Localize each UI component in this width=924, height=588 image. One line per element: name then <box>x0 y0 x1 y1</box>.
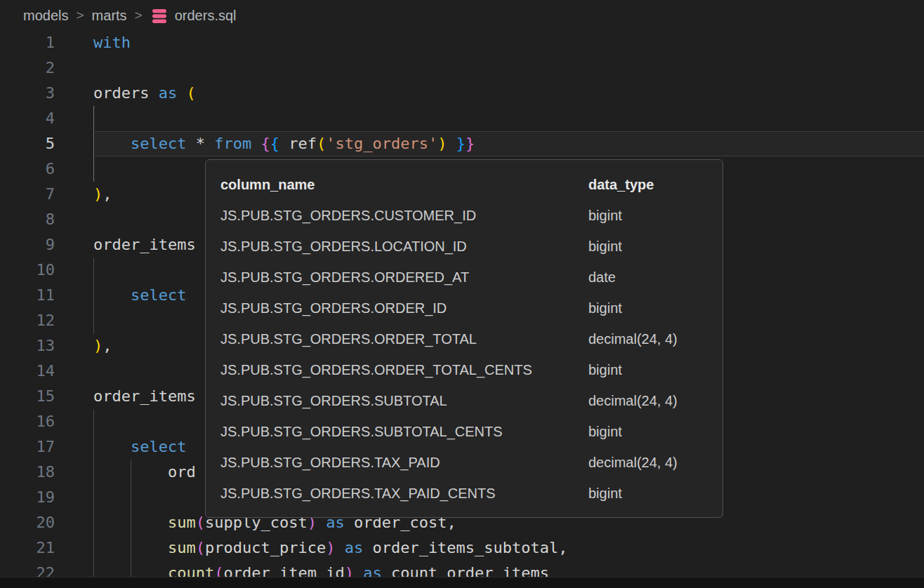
code-text: sum(product_price) as order_items_subtot… <box>93 535 568 561</box>
column-info-row: JS.PUB.STG_ORDERS.LOCATION_IDbigint <box>206 231 722 262</box>
indent-guide <box>93 485 94 510</box>
column-name-header: column_name <box>206 177 588 193</box>
code-text: ), <box>93 182 112 207</box>
editor-bottom-strip <box>0 577 924 588</box>
column-name-cell: JS.PUB.STG_ORDERS.TAX_PAID <box>206 455 588 471</box>
line-number: 19 <box>0 485 55 510</box>
line-number: 11 <box>0 283 55 308</box>
code-text: with <box>93 30 131 55</box>
indent-guide <box>93 308 94 333</box>
column-info-row: JS.PUB.STG_ORDERS.CUSTOMER_IDbigint <box>206 200 722 231</box>
code-line[interactable]: 2 <box>0 55 924 81</box>
line-number: 16 <box>0 409 55 434</box>
column-name-cell: JS.PUB.STG_ORDERS.CUSTOMER_ID <box>206 208 588 224</box>
line-number: 1 <box>0 30 55 55</box>
popup-rows: JS.PUB.STG_ORDERS.CUSTOMER_IDbigintJS.PU… <box>206 200 722 509</box>
data-type-cell: decimal(24, 4) <box>588 331 722 347</box>
column-name-cell: JS.PUB.STG_ORDERS.SUBTOTAL_CENTS <box>206 424 588 440</box>
line-number: 20 <box>0 510 55 535</box>
column-info-row: JS.PUB.STG_ORDERS.TAX_PAID_CENTSbigint <box>206 478 722 509</box>
indent-guide <box>93 106 94 131</box>
data-type-header: data_type <box>588 177 722 193</box>
column-name-cell: JS.PUB.STG_ORDERS.ORDERED_AT <box>206 269 588 286</box>
line-number: 14 <box>0 359 55 384</box>
code-text: select <box>93 434 186 460</box>
column-name-cell: JS.PUB.STG_ORDERS.LOCATION_ID <box>206 239 588 255</box>
popup-header-row: column_name data_type <box>206 169 722 200</box>
column-name-cell: JS.PUB.STG_ORDERS.SUBTOTAL <box>206 393 588 409</box>
data-type-cell: bigint <box>588 362 722 378</box>
code-line[interactable]: 1with <box>0 30 924 55</box>
breadcrumb-item-file[interactable]: orders.sql <box>175 8 237 24</box>
code-text: order_items <box>93 232 196 258</box>
breadcrumb-item-marts[interactable]: marts <box>92 8 127 24</box>
indent-guide <box>93 258 94 283</box>
line-number: 15 <box>0 384 55 409</box>
data-type-cell: bigint <box>588 300 722 316</box>
line-number: 4 <box>0 106 55 131</box>
code-text: ), <box>93 333 112 359</box>
column-info-row: JS.PUB.STG_ORDERS.ORDER_TOTALdecimal(24,… <box>206 323 722 354</box>
column-info-row: JS.PUB.STG_ORDERS.ORDER_IDbigint <box>206 293 722 323</box>
code-line[interactable]: 5 select * from {{ ref('stg_orders') }} <box>0 131 924 156</box>
line-number: 18 <box>0 460 55 485</box>
code-text: select <box>93 283 186 308</box>
code-text: orders as ( <box>93 81 196 106</box>
chevron-right-icon: > <box>135 8 143 23</box>
indent-guide <box>131 485 131 510</box>
code-editor-window: models > marts > orders.sql 1with23order… <box>0 0 924 588</box>
column-info-row: JS.PUB.STG_ORDERS.SUBTOTAL_CENTSbigint <box>206 416 722 447</box>
line-number: 2 <box>0 55 55 81</box>
code-line[interactable]: 4 <box>0 106 924 131</box>
data-type-cell: bigint <box>588 208 722 224</box>
line-number: 17 <box>0 434 55 460</box>
code-text: order_items <box>93 384 196 409</box>
column-info-row: JS.PUB.STG_ORDERS.ORDERED_ATdate <box>206 262 722 293</box>
data-type-cell: bigint <box>588 239 722 255</box>
column-info-row: JS.PUB.STG_ORDERS.SUBTOTALdecimal(24, 4) <box>206 385 722 416</box>
column-name-cell: JS.PUB.STG_ORDERS.ORDER_ID <box>206 300 588 316</box>
line-number: 13 <box>0 333 55 359</box>
breadcrumb: models > marts > orders.sql <box>0 0 924 31</box>
data-type-cell: date <box>588 269 722 286</box>
line-number: 8 <box>0 207 55 232</box>
line-number: 7 <box>0 182 55 207</box>
line-number: 12 <box>0 308 55 333</box>
chevron-right-icon: > <box>76 8 84 23</box>
line-number: 10 <box>0 258 55 283</box>
data-type-cell: decimal(24, 4) <box>588 393 722 409</box>
column-info-row: JS.PUB.STG_ORDERS.ORDER_TOTAL_CENTSbigin… <box>206 354 722 385</box>
line-number: 3 <box>0 81 55 106</box>
line-number: 5 <box>0 131 55 156</box>
column-info-popup: column_name data_type JS.PUB.STG_ORDERS.… <box>205 159 723 518</box>
line-number: 6 <box>0 156 55 182</box>
breadcrumb-item-models[interactable]: models <box>23 8 68 24</box>
database-icon <box>150 8 169 25</box>
data-type-cell: bigint <box>588 424 722 440</box>
data-type-cell: bigint <box>588 486 722 502</box>
column-name-cell: JS.PUB.STG_ORDERS.ORDER_TOTAL_CENTS <box>206 362 588 378</box>
data-type-cell: decimal(24, 4) <box>588 455 722 471</box>
line-number: 9 <box>0 232 55 258</box>
code-text: ord <box>93 460 196 485</box>
code-text: select * from {{ ref('stg_orders') }} <box>93 131 475 156</box>
indent-guide <box>93 156 94 182</box>
line-number: 21 <box>0 535 55 561</box>
column-name-cell: JS.PUB.STG_ORDERS.TAX_PAID_CENTS <box>206 486 588 502</box>
code-line[interactable]: 21 sum(product_price) as order_items_sub… <box>0 535 924 561</box>
column-name-cell: JS.PUB.STG_ORDERS.ORDER_TOTAL <box>206 331 588 347</box>
column-info-row: JS.PUB.STG_ORDERS.TAX_PAIDdecimal(24, 4) <box>206 447 722 478</box>
code-line[interactable]: 3orders as ( <box>0 81 924 106</box>
indent-guide <box>93 409 94 434</box>
